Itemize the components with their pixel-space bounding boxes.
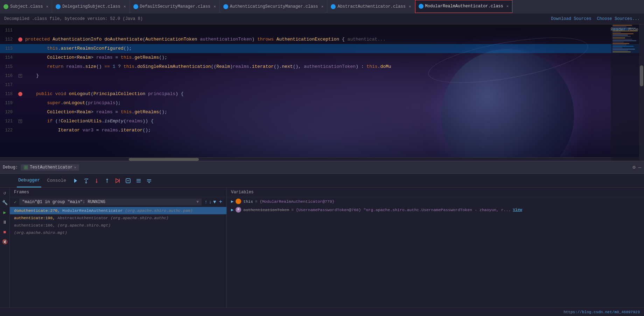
code-line-122[interactable]: 122 Iterator var3 = realms.iterator(); [0, 126, 644, 135]
restart-icon[interactable]: ↺ [1, 189, 9, 197]
var-this-badge [236, 199, 241, 204]
tab-close-delegating[interactable]: ✕ [124, 4, 126, 9]
tab-close-modularrealm[interactable]: ✕ [506, 4, 509, 8]
thread-dropdown[interactable]: "main"@1 in group "main": RUNNING ▼ [19, 199, 202, 206]
svg-marker-10 [116, 179, 119, 183]
var-this[interactable]: ▶ this = {ModularRealmAuthenticator@779} [227, 197, 644, 206]
frames-header: Frames [10, 188, 226, 197]
wrench-icon[interactable]: 🔧 [1, 199, 9, 207]
code-editor: 111 112 protected AuthenticationInfo doA… [0, 24, 644, 161]
evaluate-icon[interactable] [124, 177, 132, 185]
debug-left-sidebar [3, 174, 13, 187]
tab-icon-abstractauthenticator [331, 4, 336, 9]
code-line-116[interactable]: 116 ▽ } [0, 71, 644, 80]
tab-close-subject[interactable]: ✕ [46, 4, 49, 9]
gear-icon[interactable]: ⚙ [632, 164, 635, 170]
tab-console[interactable]: Console [46, 174, 68, 187]
tab-defaultsecurity[interactable]: DefaultSecurityManager.class ✕ [130, 0, 220, 13]
left-sidebar: ↺ 🔧 ▶ ⏸ ■ 🔇 [0, 188, 10, 313]
tab-debugger[interactable]: Debugger [17, 174, 41, 187]
frame-item-1[interactable]: authenticate:198, AbstractAuthenticator … [10, 214, 226, 222]
tab-label-abstractauthenticator: AbstractAuthenticator.class [337, 4, 405, 9]
tab-delegating[interactable]: DelegatingSubject.class ✕ [52, 0, 130, 13]
tab-close-abstractauthenticator[interactable]: ✕ [409, 4, 411, 9]
tab-console-label: Console [47, 178, 66, 183]
svg-marker-9 [106, 179, 108, 180]
debug-panel: Debug: T TestAuthenticator ✕ ⚙ — Debugge… [0, 161, 644, 313]
debug-nav: Debugger Console [0, 174, 644, 188]
thread-nav-arrows: ↑ ↓ ▼ [204, 199, 216, 205]
tab-label-defaultsecurity: DefaultSecurityManager.class [140, 4, 211, 9]
horizontal-scrollbar[interactable] [0, 157, 644, 161]
stop-icon[interactable]: ■ [1, 228, 9, 236]
tab-bar: Subject.class ✕ DelegatingSubject.class … [0, 0, 644, 13]
pause-icon[interactable]: ⏸ [1, 218, 9, 226]
fold-arrow-116[interactable]: ▽ [19, 74, 22, 78]
code-line-118[interactable]: 118 public void onLogout(PrincipalCollec… [0, 89, 644, 99]
resume-icon[interactable] [72, 177, 79, 185]
svg-marker-7 [96, 182, 98, 183]
tab-icon-defaultsecurity [133, 4, 138, 9]
code-line-115[interactable]: 115 return realms.size() == 1 ? this.doS… [0, 62, 644, 71]
thread-row: ✓ "main"@1 in group "main": RUNNING ▼ ↑ … [10, 197, 226, 207]
code-line-119[interactable]: 119 super.onLogout(principals); [0, 99, 644, 108]
step-into-icon[interactable] [93, 177, 100, 185]
tab-close-defaultsecurity[interactable]: ✕ [214, 4, 216, 9]
var-authtoken[interactable]: ▶ P authenticationToken = {UsernamePassw… [227, 206, 644, 214]
tab-subject[interactable]: Subject.class ✕ [0, 0, 52, 13]
download-sources-link[interactable]: Download Sources [551, 16, 591, 21]
tab-authenticatingsecurity[interactable]: AuthenticatingSecurityManager.class ✕ [220, 0, 328, 13]
info-bar-actions: Download Sources Choose Sources... [551, 16, 640, 21]
choose-sources-link[interactable]: Choose Sources... [597, 16, 640, 21]
play-icon[interactable]: ▶ [1, 209, 9, 216]
breakpoint-118[interactable] [18, 92, 22, 96]
code-line-112[interactable]: 112 protected AuthenticationInfo doAuthe… [0, 35, 644, 44]
debug-content-area: ↺ 🔧 ▶ ⏸ ■ 🔇 Frames ✓ "main"@1 in group "… [0, 188, 644, 313]
scrollbar-thumb[interactable] [640, 65, 643, 86]
code-line-114[interactable]: 114 Collection<Realm> realms = this.getR… [0, 53, 644, 62]
tab-abstractauthenticator[interactable]: AbstractAuthenticator.class ✕ [327, 0, 415, 13]
var-authtoken-value: {UsernamePasswordToken@768} "org.apache.… [296, 208, 511, 212]
reader-mode-label: Reader Mode [611, 27, 638, 32]
step-out-icon[interactable] [103, 177, 111, 185]
thread-up[interactable]: ↑ [204, 199, 207, 205]
minimize-icon[interactable]: — [638, 165, 641, 170]
debug-label: Debug: [3, 165, 18, 170]
mute-icon[interactable]: 🔇 [1, 238, 9, 246]
info-bar: Decompiled .class file, bytecode version… [0, 13, 644, 24]
debug-tab[interactable]: T TestAuthenticator ✕ [21, 164, 79, 171]
var-this-expand[interactable]: ▶ [231, 199, 233, 204]
frame-item-3[interactable]: (org.apache.shiro.mgt) [10, 229, 226, 236]
code-line-113[interactable]: 113 this.assertRealmsCconfigured(); [0, 44, 644, 53]
tab-icon-authenticatingsecurity [223, 4, 228, 9]
frame-item-2[interactable]: authenticate:106, (org.apache.shiro.mgt) [10, 222, 226, 229]
more-icon[interactable] [135, 177, 142, 185]
tab-modularrealm[interactable]: ModularRealmAuthenticator.class ✕ [415, 0, 513, 13]
tab-debugger-label: Debugger [18, 178, 40, 183]
thread-down[interactable]: ↓ [209, 199, 212, 205]
breakpoint-112[interactable] [18, 37, 22, 42]
h-scrollbar-thumb[interactable] [129, 158, 199, 161]
variables-panel: Variables ▶ this = {ModularRealmAuthenti… [227, 188, 644, 313]
code-lines: 111 112 protected AuthenticationInfo doA… [0, 24, 644, 157]
code-line-120[interactable]: 120 Collection<Realm> realms = this.getR… [0, 108, 644, 117]
thread-check: ✓ [14, 200, 16, 205]
tab-close-authenticatingsecurity[interactable]: ✕ [321, 4, 324, 9]
add-watch-btn[interactable]: + [219, 199, 222, 205]
step-over-icon[interactable] [82, 177, 90, 185]
collapse-all-icon[interactable] [145, 177, 153, 185]
filter-btn[interactable]: ▼ [213, 199, 216, 205]
tab-icon-delegating [56, 4, 61, 9]
vertical-scrollbar[interactable] [639, 24, 644, 161]
var-authtoken-expand[interactable]: ▶ [231, 207, 233, 213]
frames-panel: Frames ✓ "main"@1 in group "main": RUNNI… [10, 188, 227, 313]
debug-tab-close[interactable]: ✕ [74, 165, 76, 170]
run-to-cursor-icon[interactable] [114, 177, 121, 185]
fold-arrow-121[interactable]: ▽ [19, 120, 22, 123]
debug-nav-icons [72, 177, 153, 185]
svg-text:T: T [25, 166, 27, 169]
var-authtoken-view-link[interactable]: View [513, 208, 522, 212]
frame-item-0[interactable]: doAuthenticate:270, ModularRealmAuthenti… [10, 207, 226, 214]
var-authtoken-name: authenticationToken [243, 208, 289, 212]
code-line-121[interactable]: 121 ▽ if (!CollectionUtils.isEmpty(realm… [0, 117, 644, 126]
